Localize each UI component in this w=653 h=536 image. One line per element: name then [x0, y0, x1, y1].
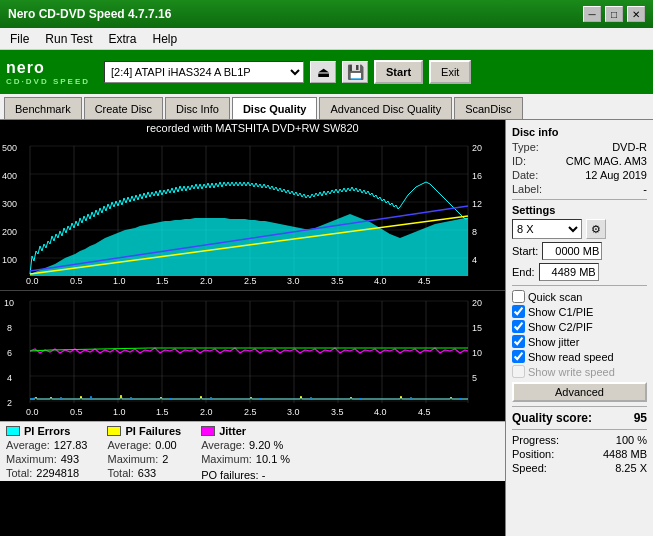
settings-icon[interactable]: ⚙ — [586, 219, 606, 239]
disc-date-label: Date: — [512, 169, 538, 181]
pi-errors-max-value: 493 — [61, 453, 79, 465]
save-icon[interactable]: 💾 — [342, 61, 368, 83]
svg-text:0.0: 0.0 — [26, 407, 39, 417]
progress-label: Progress: — [512, 434, 559, 446]
pi-failures-color — [107, 426, 121, 436]
toolbar: nero CD·DVD SPEED [2:4] ATAPI iHAS324 A … — [0, 50, 653, 94]
svg-text:500: 500 — [2, 143, 17, 153]
show-jitter-label: Show jitter — [528, 336, 579, 348]
start-mb-label: Start: — [512, 245, 538, 257]
tab-scandisc[interactable]: ScanDisc — [454, 97, 522, 119]
pi-errors-total-label: Total: — [6, 467, 32, 479]
svg-text:0.5: 0.5 — [70, 407, 83, 417]
svg-text:8: 8 — [472, 227, 477, 237]
svg-text:2: 2 — [7, 398, 12, 408]
menu-help[interactable]: Help — [147, 30, 184, 48]
start-mb-row: Start: — [512, 242, 647, 260]
disc-id-row: ID: CMC MAG. AM3 — [512, 155, 647, 167]
po-failures-label: PO failures: — [201, 469, 258, 481]
legend-bar: PI Errors Average: 127.83 Maximum: 493 T… — [0, 421, 505, 481]
bottom-chart: 10 8 6 4 2 20 15 10 5 0.0 0.5 1.0 1.5 2.… — [0, 291, 505, 421]
svg-text:3.5: 3.5 — [331, 276, 344, 286]
svg-text:10: 10 — [472, 348, 482, 358]
settings-title: Settings — [512, 204, 647, 216]
titlebar-controls: ─ □ ✕ — [583, 6, 645, 22]
jitter-avg-value: 9.20 % — [249, 439, 283, 451]
end-mb-input[interactable] — [539, 263, 599, 281]
pi-errors-legend: PI Errors Average: 127.83 Maximum: 493 T… — [6, 425, 87, 481]
progress-row: Progress: 100 % — [512, 434, 647, 446]
jitter-max-label: Maximum: — [201, 453, 252, 465]
end-mb-label: End: — [512, 266, 535, 278]
pi-failures-total-label: Total: — [107, 467, 133, 479]
pi-failures-avg-value: 0.00 — [155, 439, 176, 451]
titlebar: Nero CD-DVD Speed 4.7.7.16 ─ □ ✕ — [0, 0, 653, 28]
main-content: recorded with MATSHITA DVD+RW SW820 — [0, 120, 653, 536]
divider-4 — [512, 429, 647, 430]
position-label: Position: — [512, 448, 554, 460]
disc-type-label: Type: — [512, 141, 539, 153]
speed-select[interactable]: 8 X — [512, 219, 582, 239]
bottom-chart-svg: 10 8 6 4 2 20 15 10 5 0.0 0.5 1.0 1.5 2.… — [0, 291, 490, 419]
menu-extra[interactable]: Extra — [102, 30, 142, 48]
eject-icon[interactable]: ⏏ — [310, 61, 336, 83]
pi-failures-avg-label: Average: — [107, 439, 151, 451]
speed-row: Speed: 8.25 X — [512, 462, 647, 474]
chart-area: recorded with MATSHITA DVD+RW SW820 — [0, 120, 505, 536]
jitter-avg-label: Average: — [201, 439, 245, 451]
titlebar-title: Nero CD-DVD Speed 4.7.7.16 — [8, 7, 171, 21]
disc-label-value: - — [643, 183, 647, 195]
position-row: Position: 4488 MB — [512, 448, 647, 460]
divider-1 — [512, 199, 647, 200]
svg-text:1.5: 1.5 — [156, 407, 169, 417]
side-panel: Disc info Type: DVD-R ID: CMC MAG. AM3 D… — [505, 120, 653, 536]
show-write-speed-label: Show write speed — [528, 366, 615, 378]
quality-score-row: Quality score: 95 — [512, 411, 647, 425]
show-c1-pie-label: Show C1/PIE — [528, 306, 593, 318]
nero-logo-top: nero — [6, 59, 45, 77]
jitter-legend: Jitter Average: 9.20 % Maximum: 10.1 % P… — [201, 425, 290, 481]
advanced-button[interactable]: Advanced — [512, 382, 647, 402]
jitter-color — [201, 426, 215, 436]
quick-scan-checkbox[interactable] — [512, 290, 525, 303]
po-failures-value: - — [262, 469, 266, 481]
minimize-button[interactable]: ─ — [583, 6, 601, 22]
start-button[interactable]: Start — [374, 60, 423, 84]
start-mb-input[interactable] — [542, 242, 602, 260]
show-read-speed-row: Show read speed — [512, 350, 647, 363]
show-c1-pie-checkbox[interactable] — [512, 305, 525, 318]
tab-advanced-disc-quality[interactable]: Advanced Disc Quality — [319, 97, 452, 119]
svg-text:15: 15 — [472, 323, 482, 333]
quality-score-value: 95 — [634, 411, 647, 425]
jitter-max-value: 10.1 % — [256, 453, 290, 465]
close-button[interactable]: ✕ — [627, 6, 645, 22]
exit-button[interactable]: Exit — [429, 60, 471, 84]
tab-disc-quality[interactable]: Disc Quality — [232, 97, 318, 119]
menubar: File Run Test Extra Help — [0, 28, 653, 50]
pi-errors-avg-value: 127.83 — [54, 439, 88, 451]
svg-text:6: 6 — [7, 348, 12, 358]
menu-runtest[interactable]: Run Test — [39, 30, 98, 48]
tab-benchmark[interactable]: Benchmark — [4, 97, 82, 119]
show-c2-pif-checkbox[interactable] — [512, 320, 525, 333]
svg-text:2.0: 2.0 — [200, 276, 213, 286]
tab-create-disc[interactable]: Create Disc — [84, 97, 163, 119]
tab-disc-info[interactable]: Disc Info — [165, 97, 230, 119]
svg-text:4: 4 — [7, 373, 12, 383]
show-jitter-row: Show jitter — [512, 335, 647, 348]
svg-text:10: 10 — [4, 298, 14, 308]
pi-errors-title: PI Errors — [24, 425, 70, 437]
maximize-button[interactable]: □ — [605, 6, 623, 22]
show-read-speed-checkbox[interactable] — [512, 350, 525, 363]
svg-text:300: 300 — [2, 199, 17, 209]
menu-file[interactable]: File — [4, 30, 35, 48]
svg-text:1.0: 1.0 — [113, 276, 126, 286]
drive-select[interactable]: [2:4] ATAPI iHAS324 A BL1P — [104, 61, 304, 83]
pi-failures-legend: PI Failures Average: 0.00 Maximum: 2 Tot… — [107, 425, 181, 481]
top-chart-svg: 500 400 300 200 100 20 16 12 8 4 0.0 0.5… — [0, 136, 490, 288]
pi-errors-color — [6, 426, 20, 436]
svg-text:20: 20 — [472, 298, 482, 308]
show-jitter-checkbox[interactable] — [512, 335, 525, 348]
speed-label: Speed: — [512, 462, 547, 474]
pi-errors-avg-label: Average: — [6, 439, 50, 451]
